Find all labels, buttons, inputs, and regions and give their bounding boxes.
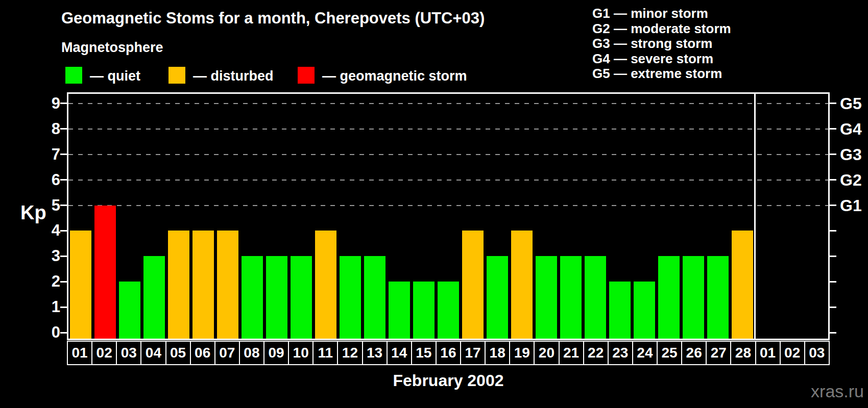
chart-title: Geomagnetic Stoms for a month, Cherepove… xyxy=(61,9,485,28)
kp-bar-day-06 xyxy=(192,231,214,339)
x-axis-day-label: 22 xyxy=(583,341,609,365)
storm-scale-legend-line: G4 — severe storm xyxy=(592,52,731,67)
x-axis-day-label: 03 xyxy=(804,341,830,365)
kp-bar-day-22 xyxy=(585,256,606,339)
y-axis-tick-right xyxy=(830,307,836,308)
y-axis-tick-left xyxy=(60,332,67,334)
y-axis-tick-label: 9 xyxy=(30,95,60,112)
x-axis-day-label: 15 xyxy=(411,341,437,365)
x-axis-title: February 2002 xyxy=(67,371,830,390)
x-axis-day-label: 16 xyxy=(436,341,461,365)
x-axis-day-label: 14 xyxy=(387,341,412,365)
storm-scale-legend-line: G5 — extreme storm xyxy=(592,66,731,82)
x-axis-day-label: 18 xyxy=(485,341,510,365)
y-axis-tick-label: 5 xyxy=(30,197,60,214)
kp-bar-day-12 xyxy=(340,256,361,339)
kp-bar-day-26 xyxy=(683,256,704,339)
x-axis-day-label: 17 xyxy=(460,341,486,365)
y-axis-tick-left xyxy=(60,281,67,283)
kp-bar-day-04 xyxy=(143,256,165,339)
y-axis-tick-right xyxy=(830,281,836,283)
kp-bar-day-07 xyxy=(217,231,238,339)
x-axis-day-label: 26 xyxy=(681,341,707,365)
y-axis-tick-label: 2 xyxy=(30,273,60,290)
storm-scale-legend-line: G1 — minor storm xyxy=(592,6,731,21)
storm-scale-legend-line: G3 — strong storm xyxy=(592,36,731,52)
x-axis-day-label: 01 xyxy=(67,341,92,365)
y-axis-tick-label: 7 xyxy=(30,146,60,163)
x-axis-day-label: 27 xyxy=(706,341,731,365)
kp-bar-day-01 xyxy=(70,231,91,339)
kp-bar-day-18 xyxy=(487,256,508,339)
gridline-kp-8 xyxy=(68,129,828,130)
y-axis-tick-right xyxy=(830,128,836,130)
kp-bar-day-09 xyxy=(266,256,287,339)
legend-label-storm: — geomagnetic storm xyxy=(322,68,467,84)
legend-label-disturbed: — disturbed xyxy=(193,68,274,84)
x-axis-day-label: 01 xyxy=(755,341,781,365)
legend-label-quiet: — quiet xyxy=(90,68,140,84)
kp-bar-day-17 xyxy=(462,231,484,339)
x-axis-day-label: 21 xyxy=(559,341,584,365)
kp-bar-day-03 xyxy=(119,282,140,339)
y-axis-tick-left xyxy=(60,103,67,104)
x-axis-day-label: 02 xyxy=(780,341,805,365)
kp-bar-day-19 xyxy=(511,231,533,339)
x-axis-day-label: 08 xyxy=(239,341,264,365)
kp-bar-day-05 xyxy=(168,231,189,339)
y-axis-tick-left xyxy=(60,307,67,308)
kp-bar-day-10 xyxy=(291,256,312,339)
right-axis-label-g4: G4 xyxy=(840,120,862,138)
y-axis-tick-label: 0 xyxy=(30,324,60,341)
y-axis-tick-left xyxy=(60,128,67,130)
x-axis-day-label: 28 xyxy=(730,341,756,365)
y-axis-tick-left xyxy=(60,179,67,181)
y-axis-tick-label: 4 xyxy=(30,222,60,239)
x-axis-day-label: 13 xyxy=(362,341,388,365)
x-axis-day-label: 20 xyxy=(534,341,559,365)
kp-bar-day-02 xyxy=(94,206,116,339)
kp-bar-day-14 xyxy=(389,282,410,339)
right-axis-label-g1: G1 xyxy=(840,197,862,214)
x-axis-day-label: 19 xyxy=(509,341,535,365)
storm-scale-legend: G1 — minor storm G2 — moderate storm G3 … xyxy=(592,6,731,82)
x-axis-day-label: 05 xyxy=(165,341,191,365)
x-axis-day-label: 07 xyxy=(214,341,240,365)
gridline-kp-9 xyxy=(68,103,828,104)
gridline-kp-6 xyxy=(68,180,828,181)
kp-bar-day-21 xyxy=(560,256,582,339)
x-axis-day-label: 24 xyxy=(632,341,658,365)
kp-bar-day-24 xyxy=(634,282,655,339)
x-axis-day-label: 12 xyxy=(337,341,363,365)
kp-bar-day-13 xyxy=(364,256,385,339)
x-axis-day-label: 03 xyxy=(116,341,141,365)
storm-scale-legend-line: G2 — moderate storm xyxy=(592,21,731,37)
x-axis-day-label: 10 xyxy=(288,341,314,365)
y-axis-tick-label: 8 xyxy=(30,120,60,138)
legend-swatch-quiet xyxy=(65,67,82,84)
y-axis-tick-right xyxy=(830,230,836,232)
kp-bar-day-08 xyxy=(242,256,263,339)
x-axis-day-label: 23 xyxy=(608,341,633,365)
right-axis-label-g3: G3 xyxy=(840,146,862,163)
y-axis-tick-label: 6 xyxy=(30,171,60,189)
right-axis-label-g2: G2 xyxy=(840,171,862,189)
kp-bar-day-23 xyxy=(609,282,631,339)
kp-bar-day-20 xyxy=(536,256,557,339)
kp-bar-day-15 xyxy=(413,282,435,339)
gridline-kp-7 xyxy=(68,154,828,155)
gridline-kp-5 xyxy=(68,205,828,206)
y-axis-tick-left xyxy=(60,256,67,257)
x-axis-day-label: 09 xyxy=(263,341,289,365)
y-axis-tick-left xyxy=(60,230,67,232)
y-axis-tick-right xyxy=(830,179,836,181)
y-axis-tick-label: 1 xyxy=(30,298,60,316)
kp-bar-day-28 xyxy=(732,231,753,339)
kp-bar-day-11 xyxy=(315,231,336,339)
month-separator-line xyxy=(754,94,756,339)
x-axis-day-label: 25 xyxy=(657,341,682,365)
x-axis-label-row: 0102030405060708091011121314151617181920… xyxy=(67,341,830,365)
legend-heading: Magnetosphere xyxy=(61,40,163,56)
x-axis-day-label: 11 xyxy=(312,341,338,365)
y-axis-tick-right xyxy=(830,256,836,257)
